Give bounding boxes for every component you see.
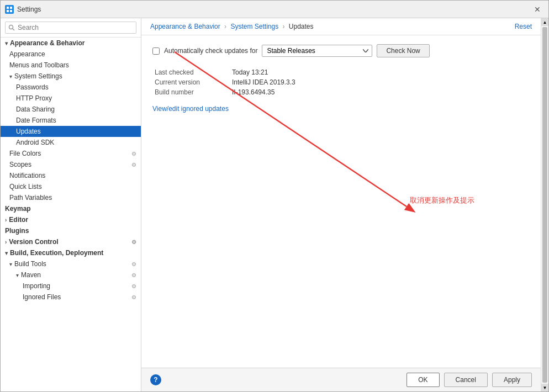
current-version-label: Current version [155,78,232,86]
sidebar-item-label: System Settings [14,72,62,80]
scrollbar-up-button[interactable]: ▲ [541,18,548,26]
bottom-buttons: OK Cancel Apply [407,373,532,387]
settings-window: Settings ✕ ▾Appearance & BehaviorAppeara… [0,0,549,392]
breadcrumb-part-1[interactable]: System Settings [230,23,278,30]
sidebar-item-ignored-files[interactable]: Ignored Files⚙ [1,292,141,303]
ok-button[interactable]: OK [407,373,439,387]
sidebar-item-label: Updates [16,128,41,135]
build-number-value: II-193.6494.35 [232,88,274,96]
sidebar-item-label: HTTP Proxy [16,94,52,102]
breadcrumb-bar: Appearance & Behavior › System Settings … [141,18,541,35]
scrollbar-thumb[interactable] [542,27,547,383]
help-button[interactable]: ? [150,374,161,385]
expand-arrow: ▾ [9,73,12,80]
sidebar-item-label: Appearance & Behavior [10,39,85,47]
sidebar-item-label: Ignored Files [23,293,61,301]
expand-arrow: ▾ [16,272,19,278]
app-icon [5,5,14,14]
last-checked-row: Last checked Today 13:21 [155,68,530,76]
update-channel-dropdown[interactable]: Stable Releases Beta Releases EAP Early … [262,45,372,57]
sidebar-item-label: Notifications [9,172,45,179]
cancel-button[interactable]: Cancel [444,373,488,387]
expand-arrow: ▾ [5,40,8,46]
sidebar-search-input[interactable] [5,22,136,34]
auto-check-checkbox[interactable] [152,47,160,55]
settings-gear-icon: ⚙ [131,283,136,289]
sidebar-item-label: Version Control [9,238,58,246]
info-grid: Last checked Today 13:21 Current version… [155,68,530,96]
sidebar-items-list: ▾Appearance & BehaviorAppearanceMenus an… [1,38,141,303]
sidebar-item-editor[interactable]: ›Editor [1,214,141,225]
breadcrumb-part-2: Updates [289,23,314,30]
expand-arrow: › [5,217,7,223]
breadcrumb: Appearance & Behavior › System Settings … [150,23,314,30]
sidebar-item-label: Android SDK [16,139,54,146]
annotation-text: 取消更新操作及提示 [410,195,474,205]
sidebar-item-data-sharing[interactable]: Data Sharing [1,104,141,115]
last-checked-label: Last checked [155,68,232,76]
settings-gear-icon: ⚙ [131,239,136,245]
settings-gear-icon: ⚙ [131,294,136,300]
main-content: Appearance & Behavior › System Settings … [141,18,541,391]
svg-rect-2 [7,10,9,12]
sidebar-item-label: Menus and Toolbars [9,61,69,69]
sidebar-item-label: Scopes [9,161,31,168]
sidebar-item-passwords[interactable]: Passwords [1,82,141,93]
sidebar-item-label: Quick Lists [9,183,42,190]
sidebar-item-label: Appearance [9,50,45,58]
settings-gear-icon: ⚙ [131,162,136,168]
svg-rect-1 [10,7,12,9]
svg-rect-0 [7,7,9,9]
sidebar-item-label: Maven [21,271,41,279]
sidebar-item-label: Plugins [5,227,29,235]
scrollbar-down-button[interactable]: ▼ [541,384,548,391]
sidebar-item-maven[interactable]: ▾Maven⚙ [1,269,141,280]
sidebar-item-scopes[interactable]: Scopes⚙ [1,159,141,170]
sidebar-item-menus-toolbars[interactable]: Menus and Toolbars [1,60,141,71]
sidebar-item-http-proxy[interactable]: HTTP Proxy [1,93,141,104]
auto-check-label: Automatically check updates for [164,47,257,55]
sidebar-search-container [1,18,141,38]
sidebar-item-build-tools[interactable]: ▾Build Tools⚙ [1,258,141,269]
sidebar-item-importing[interactable]: Importing⚙ [1,280,141,292]
sidebar-item-notifications[interactable]: Notifications [1,170,141,181]
sidebar-item-label: Build, Execution, Deployment [10,249,103,257]
view-ignored-updates-link[interactable]: View/edit ignored updates [152,105,229,113]
sidebar: ▾Appearance & BehaviorAppearanceMenus an… [1,18,141,391]
expand-arrow: ▾ [5,250,8,256]
sidebar-item-appearance[interactable]: Appearance [1,49,141,60]
bottom-bar: ? OK Cancel Apply [141,368,541,391]
last-checked-value: Today 13:21 [232,68,268,76]
sidebar-item-label: Editor [9,216,28,224]
apply-button[interactable]: Apply [492,373,532,387]
updates-panel: Automatically check updates for Stable R… [141,35,541,368]
sidebar-item-plugins[interactable]: Plugins [1,225,141,236]
expand-arrow: ▾ [9,261,12,267]
build-number-row: Build number II-193.6494.35 [155,88,530,96]
breadcrumb-part-0[interactable]: Appearance & Behavior [150,23,220,30]
current-version-value: IntelliJ IDEA 2019.3.3 [232,78,295,86]
sidebar-item-appearance-behavior[interactable]: ▾Appearance & Behavior [1,38,141,49]
window-title: Settings [17,6,531,13]
sidebar-item-date-formats[interactable]: Date Formats [1,115,141,126]
sidebar-item-version-control[interactable]: ›Version Control⚙ [1,236,141,247]
title-bar: Settings ✕ [1,1,548,18]
sidebar-item-keymap[interactable]: Keymap [1,203,141,214]
reset-link[interactable]: Reset [515,23,532,30]
sidebar-item-build-execution[interactable]: ▾Build, Execution, Deployment [1,247,141,258]
sidebar-item-label: Data Sharing [16,105,55,113]
settings-gear-icon: ⚙ [131,272,136,278]
check-now-button[interactable]: Check Now [377,44,429,57]
build-number-label: Build number [155,88,232,96]
sidebar-item-updates[interactable]: Updates [1,126,141,137]
sidebar-item-android-sdk[interactable]: Android SDK [1,137,141,148]
sidebar-item-path-variables[interactable]: Path Variables [1,192,141,203]
sidebar-item-file-colors[interactable]: File Colors⚙ [1,148,141,159]
content-area: ▾Appearance & BehaviorAppearanceMenus an… [1,18,548,391]
sidebar-item-system-settings[interactable]: ▾System Settings [1,71,141,82]
close-button[interactable]: ✕ [531,3,544,16]
right-scrollbar: ▲ ▼ [541,18,548,391]
breadcrumb-sep-1: › [282,23,284,30]
settings-gear-icon: ⚙ [131,151,136,157]
sidebar-item-quick-lists[interactable]: Quick Lists [1,181,141,192]
